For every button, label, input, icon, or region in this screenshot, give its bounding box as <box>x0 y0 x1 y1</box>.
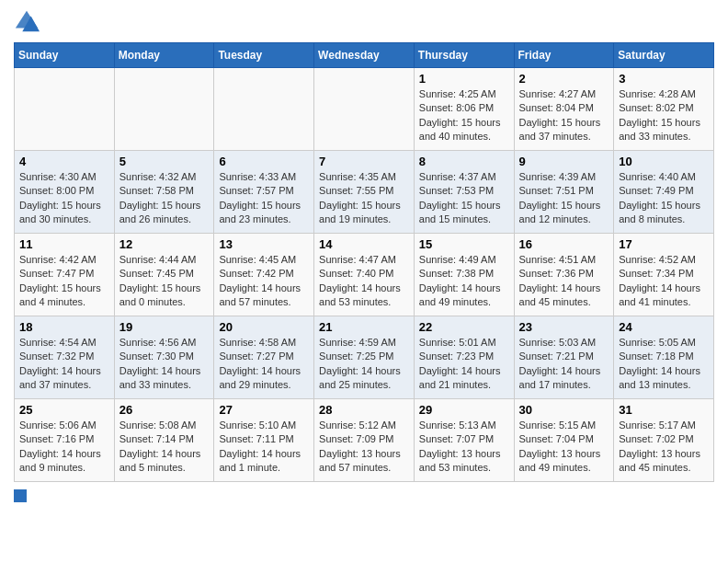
calendar-cell: 15Sunrise: 4:49 AM Sunset: 7:38 PM Dayli… <box>414 234 514 316</box>
day-info: Sunrise: 5:10 AM Sunset: 7:11 PM Dayligh… <box>219 419 309 476</box>
week-row-2: 4Sunrise: 4:30 AM Sunset: 8:00 PM Daylig… <box>15 151 714 234</box>
day-info: Sunrise: 4:35 AM Sunset: 7:55 PM Dayligh… <box>319 170 409 227</box>
legend-box <box>14 489 27 502</box>
day-number: 11 <box>19 237 109 251</box>
calendar-cell: 24Sunrise: 5:05 AM Sunset: 7:18 PM Dayli… <box>614 316 714 399</box>
col-header-thursday: Thursday <box>414 43 514 68</box>
calendar-cell <box>15 68 115 151</box>
day-info: Sunrise: 4:56 AM Sunset: 7:30 PM Dayligh… <box>119 336 210 393</box>
day-number: 22 <box>419 320 509 334</box>
day-number: 19 <box>119 320 210 334</box>
day-number: 15 <box>419 237 509 251</box>
day-info: Sunrise: 5:12 AM Sunset: 7:09 PM Dayligh… <box>319 419 409 476</box>
calendar-cell: 2Sunrise: 4:27 AM Sunset: 8:04 PM Daylig… <box>514 68 614 151</box>
col-header-tuesday: Tuesday <box>214 43 314 68</box>
calendar-cell: 6Sunrise: 4:33 AM Sunset: 7:57 PM Daylig… <box>214 151 314 234</box>
calendar-cell: 18Sunrise: 4:54 AM Sunset: 7:32 PM Dayli… <box>15 316 115 399</box>
day-info: Sunrise: 4:47 AM Sunset: 7:40 PM Dayligh… <box>319 253 409 310</box>
day-info: Sunrise: 4:54 AM Sunset: 7:32 PM Dayligh… <box>19 336 109 393</box>
calendar-cell: 30Sunrise: 5:15 AM Sunset: 7:04 PM Dayli… <box>514 399 614 482</box>
calendar-cell: 19Sunrise: 4:56 AM Sunset: 7:30 PM Dayli… <box>114 316 214 399</box>
day-number: 29 <box>419 403 509 417</box>
day-info: Sunrise: 5:01 AM Sunset: 7:23 PM Dayligh… <box>419 336 509 393</box>
day-info: Sunrise: 4:25 AM Sunset: 8:06 PM Dayligh… <box>419 87 509 144</box>
day-info: Sunrise: 5:06 AM Sunset: 7:16 PM Dayligh… <box>19 419 109 476</box>
calendar-cell: 1Sunrise: 4:25 AM Sunset: 8:06 PM Daylig… <box>414 68 514 151</box>
calendar-cell: 7Sunrise: 4:35 AM Sunset: 7:55 PM Daylig… <box>314 151 415 234</box>
day-number: 30 <box>519 403 609 417</box>
day-number: 18 <box>19 320 109 334</box>
col-header-friday: Friday <box>514 43 614 68</box>
day-number: 27 <box>219 403 309 417</box>
day-info: Sunrise: 4:49 AM Sunset: 7:38 PM Dayligh… <box>419 253 509 310</box>
col-header-wednesday: Wednesday <box>314 43 415 68</box>
calendar-cell: 10Sunrise: 4:40 AM Sunset: 7:49 PM Dayli… <box>614 151 714 234</box>
calendar-cell <box>114 68 214 151</box>
calendar-cell <box>214 68 314 151</box>
day-number: 14 <box>319 237 409 251</box>
day-info: Sunrise: 4:28 AM Sunset: 8:02 PM Dayligh… <box>619 87 709 144</box>
calendar-cell: 28Sunrise: 5:12 AM Sunset: 7:09 PM Dayli… <box>314 399 415 482</box>
day-info: Sunrise: 5:03 AM Sunset: 7:21 PM Dayligh… <box>519 336 609 393</box>
day-number: 7 <box>319 155 409 168</box>
day-info: Sunrise: 4:33 AM Sunset: 7:57 PM Dayligh… <box>219 170 309 227</box>
day-number: 23 <box>519 320 609 334</box>
day-info: Sunrise: 5:05 AM Sunset: 7:18 PM Dayligh… <box>619 336 709 393</box>
day-number: 25 <box>19 403 109 417</box>
calendar-cell: 23Sunrise: 5:03 AM Sunset: 7:21 PM Dayli… <box>514 316 614 399</box>
col-header-saturday: Saturday <box>614 43 714 68</box>
day-info: Sunrise: 4:45 AM Sunset: 7:42 PM Dayligh… <box>219 253 309 310</box>
calendar-cell: 25Sunrise: 5:06 AM Sunset: 7:16 PM Dayli… <box>15 399 115 482</box>
day-number: 3 <box>619 72 709 86</box>
calendar-table: SundayMondayTuesdayWednesdayThursdayFrid… <box>14 42 714 482</box>
calendar-cell: 16Sunrise: 4:51 AM Sunset: 7:36 PM Dayli… <box>514 234 614 316</box>
calendar-cell <box>314 68 415 151</box>
day-number: 16 <box>519 237 609 251</box>
calendar-cell: 31Sunrise: 5:17 AM Sunset: 7:02 PM Dayli… <box>614 399 714 482</box>
day-info: Sunrise: 4:30 AM Sunset: 8:00 PM Dayligh… <box>19 170 109 227</box>
legend <box>14 489 714 502</box>
calendar-cell: 20Sunrise: 4:58 AM Sunset: 7:27 PM Dayli… <box>214 316 314 399</box>
calendar-cell: 27Sunrise: 5:10 AM Sunset: 7:11 PM Dayli… <box>214 399 314 482</box>
day-number: 12 <box>119 237 210 251</box>
day-number: 1 <box>419 72 509 86</box>
day-info: Sunrise: 4:58 AM Sunset: 7:27 PM Dayligh… <box>219 336 309 393</box>
calendar-cell: 29Sunrise: 5:13 AM Sunset: 7:07 PM Dayli… <box>414 399 514 482</box>
calendar-cell: 9Sunrise: 4:39 AM Sunset: 7:51 PM Daylig… <box>514 151 614 234</box>
day-number: 20 <box>219 320 309 334</box>
day-number: 28 <box>319 403 409 417</box>
header <box>14 9 714 35</box>
calendar-cell: 21Sunrise: 4:59 AM Sunset: 7:25 PM Dayli… <box>314 316 415 399</box>
calendar-cell: 14Sunrise: 4:47 AM Sunset: 7:40 PM Dayli… <box>314 234 415 316</box>
day-number: 26 <box>119 403 210 417</box>
calendar-cell: 4Sunrise: 4:30 AM Sunset: 8:00 PM Daylig… <box>15 151 115 234</box>
day-info: Sunrise: 4:42 AM Sunset: 7:47 PM Dayligh… <box>19 253 109 310</box>
week-row-5: 25Sunrise: 5:06 AM Sunset: 7:16 PM Dayli… <box>15 399 714 482</box>
day-info: Sunrise: 5:17 AM Sunset: 7:02 PM Dayligh… <box>619 419 709 476</box>
day-number: 9 <box>519 155 609 168</box>
week-row-3: 11Sunrise: 4:42 AM Sunset: 7:47 PM Dayli… <box>15 234 714 316</box>
day-number: 4 <box>19 155 109 168</box>
logo-icon <box>14 9 40 35</box>
day-number: 6 <box>219 155 309 168</box>
logo <box>14 9 43 35</box>
day-number: 13 <box>219 237 309 251</box>
day-info: Sunrise: 4:59 AM Sunset: 7:25 PM Dayligh… <box>319 336 409 393</box>
day-number: 21 <box>319 320 409 334</box>
day-number: 17 <box>619 237 709 251</box>
week-row-1: 1Sunrise: 4:25 AM Sunset: 8:06 PM Daylig… <box>15 68 714 151</box>
day-info: Sunrise: 4:52 AM Sunset: 7:34 PM Dayligh… <box>619 253 709 310</box>
day-number: 10 <box>619 155 709 168</box>
calendar-cell: 26Sunrise: 5:08 AM Sunset: 7:14 PM Dayli… <box>114 399 214 482</box>
day-info: Sunrise: 4:27 AM Sunset: 8:04 PM Dayligh… <box>519 87 609 144</box>
col-header-monday: Monday <box>114 43 214 68</box>
day-info: Sunrise: 4:39 AM Sunset: 7:51 PM Dayligh… <box>519 170 609 227</box>
day-number: 31 <box>619 403 709 417</box>
day-number: 8 <box>419 155 509 168</box>
calendar-cell: 12Sunrise: 4:44 AM Sunset: 7:45 PM Dayli… <box>114 234 214 316</box>
header-row: SundayMondayTuesdayWednesdayThursdayFrid… <box>15 43 714 68</box>
day-info: Sunrise: 5:15 AM Sunset: 7:04 PM Dayligh… <box>519 419 609 476</box>
calendar-cell: 5Sunrise: 4:32 AM Sunset: 7:58 PM Daylig… <box>114 151 214 234</box>
day-number: 24 <box>619 320 709 334</box>
day-info: Sunrise: 4:44 AM Sunset: 7:45 PM Dayligh… <box>119 253 210 310</box>
